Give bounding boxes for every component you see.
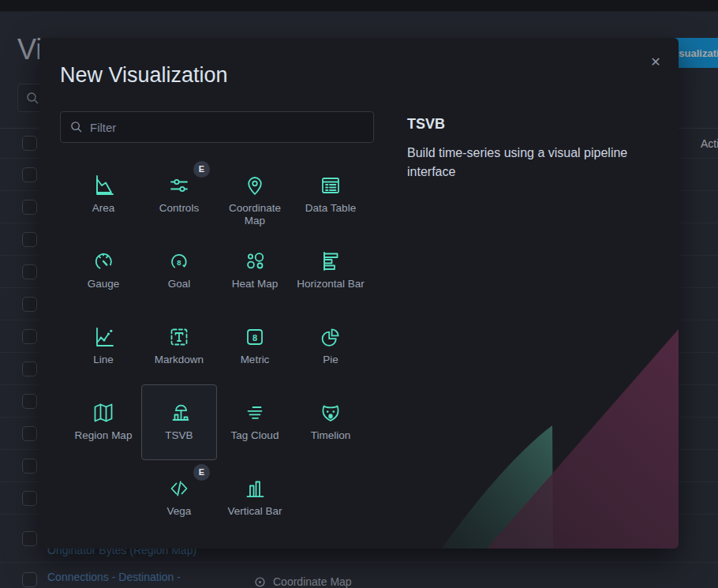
gauge-icon [91, 249, 116, 274]
vis-type-timelion[interactable]: Timelion [293, 384, 368, 460]
vis-type-label: Data Table [305, 202, 356, 215]
detail-description: Build time-series using a visual pipelin… [407, 144, 656, 182]
vis-type-area[interactable]: Area [65, 157, 141, 233]
close-icon[interactable]: ✕ [647, 54, 664, 71]
vis-type-data-table[interactable]: Data Table [293, 157, 368, 233]
svg-text:8: 8 [252, 333, 257, 343]
tag-cloud-icon [242, 400, 267, 425]
new-visualization-modal: ✕ New Visualization Area [39, 38, 679, 549]
pie-chart-icon [318, 324, 343, 350]
filter-input[interactable] [90, 121, 364, 134]
selected-type-detail-panel: TSVB Build time-series using a visual pi… [407, 111, 656, 536]
experimental-badge: E [193, 161, 210, 178]
coordinate-map-icon [242, 173, 267, 198]
search-icon [70, 121, 83, 133]
vis-type-label: Coordinate Map [219, 202, 291, 227]
vis-type-label: TSVB [165, 429, 193, 442]
experimental-badge: E [193, 464, 210, 481]
vis-type-tsvb[interactable]: TSVB [141, 384, 217, 460]
vis-type-gauge[interactable]: Gauge [65, 233, 141, 309]
vis-type-label: Vega [167, 505, 192, 518]
vis-type-label: Markdown [155, 354, 204, 366]
vis-type-heat-map[interactable]: Heat Map [217, 233, 293, 309]
vis-type-pie[interactable]: Pie [293, 309, 368, 384]
screen: Visualize Create new visualization Actio… [0, 0, 718, 588]
vis-type-coordinate-map[interactable]: Coordinate Map [217, 157, 293, 233]
vis-type-label: Region Map [75, 429, 133, 442]
vis-type-line[interactable]: Line [65, 309, 141, 384]
heat-map-icon [242, 249, 267, 274]
vis-type-label: Vertical Bar [227, 505, 282, 518]
svg-text:8: 8 [177, 258, 181, 267]
goal-icon: 8 [166, 249, 192, 274]
vis-type-label: Timelion [311, 429, 351, 442]
vis-type-goal[interactable]: 8 Goal [141, 233, 217, 309]
vis-type-label: Horizontal Bar [297, 278, 365, 290]
vis-type-tag-cloud[interactable]: Tag Cloud [217, 384, 293, 460]
vis-type-region-map[interactable]: Region Map [65, 384, 141, 460]
vega-icon [166, 476, 192, 501]
line-chart-icon [91, 324, 116, 350]
vis-type-label: Pie [323, 354, 338, 366]
vis-type-metric[interactable]: 8 Metric [217, 309, 293, 384]
vis-type-label: Gauge [88, 278, 120, 290]
vis-type-label: Goal [168, 278, 191, 290]
timelion-icon [318, 400, 343, 425]
vis-type-label: Area [92, 202, 115, 215]
visualization-type-grid: Area E Controls [65, 157, 368, 536]
vis-type-controls[interactable]: E Controls [141, 157, 217, 233]
filter-input-wrapper [60, 111, 374, 143]
vertical-bar-icon [242, 476, 267, 501]
modal-title: New Visualization [60, 62, 658, 88]
vis-type-label: Line [93, 354, 114, 366]
metric-icon: 8 [242, 324, 267, 350]
vis-type-vega[interactable]: E Vega [141, 460, 217, 536]
vis-type-horizontal-bar[interactable]: Horizontal Bar [293, 233, 368, 309]
markdown-icon [166, 324, 192, 350]
vis-type-label: Heat Map [232, 278, 279, 290]
detail-title: TSVB [407, 116, 656, 133]
vis-type-label: Tag Cloud [231, 429, 279, 442]
vis-type-label: Controls [159, 202, 199, 215]
area-chart-icon [91, 173, 116, 198]
region-map-icon [91, 400, 116, 425]
vis-type-label: Metric [241, 354, 270, 366]
data-table-icon [318, 173, 343, 198]
vis-type-markdown[interactable]: Markdown [141, 309, 217, 384]
tsvb-icon [166, 400, 192, 425]
vis-type-vertical-bar[interactable]: Vertical Bar [217, 460, 293, 536]
horizontal-bar-icon [318, 249, 343, 274]
controls-icon [166, 173, 192, 198]
